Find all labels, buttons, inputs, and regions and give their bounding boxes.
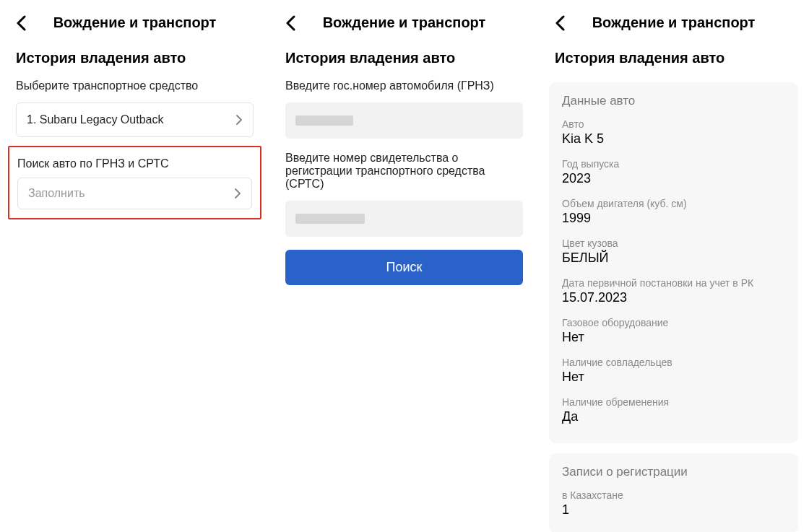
data-label: Газовое оборудование: [562, 317, 785, 328]
data-row: Год выпуска2023: [562, 158, 785, 186]
data-value: Kia K 5: [562, 131, 785, 147]
vehicle-data-card: Данные авто АвтоKia K 5Год выпуска2023Об…: [549, 82, 798, 443]
data-row: Наличие совладельцевНет: [562, 357, 785, 385]
data-label: Объем двигателя (куб. см): [562, 198, 785, 209]
data-label: Год выпуска: [562, 158, 785, 170]
section-title: История владения авто: [539, 45, 808, 74]
page-title: Вождение и транспорт: [16, 14, 254, 31]
data-row: Цвет кузоваБЕЛЫЙ: [562, 237, 785, 266]
grnz-label: Введите гос.номер автомобиля (ГРНЗ): [269, 74, 539, 97]
data-value: БЕЛЫЙ: [562, 250, 785, 266]
chevron-right-icon: [234, 188, 241, 199]
back-icon[interactable]: [555, 15, 566, 31]
data-row: Дата первичной постановки на учет в РК15…: [562, 277, 785, 305]
fill-button[interactable]: Заполнить: [17, 178, 252, 209]
input-placeholder-icon: [295, 214, 365, 224]
vehicle-select[interactable]: 1. Subaru Legacy Outback: [16, 103, 254, 137]
data-row: АвтоKia K 5: [562, 118, 785, 147]
data-value: 15.07.2023: [562, 290, 785, 305]
card-title: Данные авто: [562, 94, 785, 108]
data-row: в Казахстане 1: [562, 489, 785, 518]
chevron-right-icon: [235, 114, 243, 126]
data-value: 2023: [562, 171, 785, 186]
card-title: Записи о регистрации: [562, 465, 785, 479]
data-label: Авто: [562, 118, 785, 130]
data-row: Наличие обремененияДа: [562, 396, 785, 424]
data-label: Цвет кузова: [562, 237, 785, 249]
grnz-input[interactable]: [285, 103, 523, 139]
data-label: Наличие совладельцев: [562, 357, 785, 368]
vehicle-select-label: Выберите транспортное средство: [0, 74, 269, 97]
registration-records-card: Записи о регистрации в Казахстане 1: [549, 453, 798, 532]
header: Вождение и транспорт: [269, 0, 539, 45]
fill-text: Заполнить: [28, 187, 85, 200]
data-label: Наличие обременения: [562, 396, 785, 408]
data-row: Объем двигателя (куб. см)1999: [562, 198, 785, 226]
search-label: Поиск авто по ГРНЗ и СРТС: [17, 152, 252, 175]
header: Вождение и транспорт: [539, 0, 808, 45]
srts-label: Введите номер свидетельства о регистраци…: [269, 146, 539, 195]
data-value: 1999: [562, 211, 785, 226]
page-title: Вождение и транспорт: [555, 14, 792, 31]
srts-input[interactable]: [285, 201, 523, 237]
data-label: Дата первичной постановки на учет в РК: [562, 277, 785, 289]
data-label: в Казахстане: [562, 489, 785, 501]
back-icon[interactable]: [16, 15, 27, 31]
section-title: История владения авто: [269, 45, 539, 74]
section-title: История владения авто: [0, 45, 269, 74]
data-value: 1: [562, 502, 785, 518]
data-value: Нет: [562, 330, 785, 345]
back-icon[interactable]: [285, 15, 297, 31]
page-title: Вождение и транспорт: [285, 14, 523, 31]
header: Вождение и транспорт: [0, 0, 269, 45]
search-button[interactable]: Поиск: [285, 250, 523, 285]
input-placeholder-icon: [295, 115, 353, 126]
search-section-highlight: Поиск авто по ГРНЗ и СРТС Заполнить: [8, 146, 261, 219]
data-value: Да: [562, 409, 785, 424]
data-row: Газовое оборудованиеНет: [562, 317, 785, 345]
data-value: Нет: [562, 370, 785, 385]
vehicle-select-value: 1. Subaru Legacy Outback: [27, 113, 163, 126]
